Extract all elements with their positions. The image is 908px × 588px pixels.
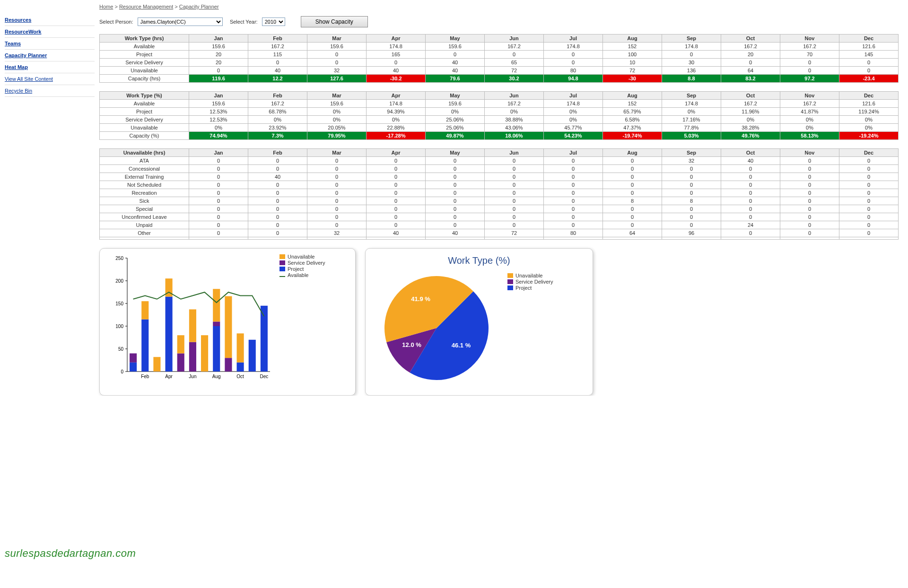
svg-text:Feb: Feb — [141, 374, 149, 379]
svg-rect-14 — [130, 363, 137, 372]
svg-rect-25 — [189, 342, 196, 372]
sidebar-item-teams[interactable]: Teams — [5, 38, 95, 50]
sidebar-item-recycle-bin[interactable]: Recycle Bin — [5, 85, 95, 97]
svg-rect-30 — [213, 321, 220, 326]
svg-text:Apr: Apr — [165, 374, 173, 379]
svg-rect-31 — [213, 289, 220, 321]
pie-chart-panel: Work Type (%) 46.1 %12.0 %41.9 % Unavail… — [365, 248, 593, 396]
svg-rect-17 — [141, 301, 148, 319]
sidebar-item-capacity-planner[interactable]: Capacity Planner — [5, 50, 95, 61]
pie-title: Work Type (%) — [370, 255, 588, 266]
svg-rect-38 — [249, 340, 256, 372]
breadcrumb-rm[interactable]: Resource Management — [119, 4, 173, 9]
svg-rect-24 — [177, 335, 184, 353]
sidebar-item-resources[interactable]: Resources — [5, 14, 95, 26]
svg-rect-33 — [225, 358, 232, 372]
select-person[interactable]: James.Clayton(CC) — [138, 17, 223, 26]
svg-rect-16 — [141, 320, 148, 372]
svg-rect-28 — [201, 335, 208, 372]
svg-text:Dec: Dec — [260, 374, 269, 379]
bar-legend: Unavailable Service Delivery Project Ava… — [279, 253, 325, 278]
svg-rect-34 — [225, 296, 232, 358]
sidebar-item-heat-map[interactable]: Heat Map — [5, 61, 95, 73]
svg-text:150: 150 — [115, 301, 123, 306]
controls: Select Person: James.Clayton(CC) Select … — [99, 16, 899, 27]
svg-rect-23 — [177, 354, 184, 372]
breadcrumb-home[interactable]: Home — [99, 4, 113, 9]
svg-rect-26 — [189, 309, 196, 342]
svg-rect-20 — [166, 297, 173, 372]
svg-rect-36 — [237, 333, 244, 362]
show-capacity-button[interactable]: Show Capacity — [301, 16, 368, 27]
svg-text:Oct: Oct — [236, 374, 244, 379]
table-work-type-hrs: Work Type (hrs)JanFebMarAprMayJunJulAugS… — [99, 34, 899, 83]
svg-text:0: 0 — [121, 369, 123, 374]
svg-rect-35 — [237, 363, 244, 372]
breadcrumb-cp[interactable]: Capacity Planner — [179, 4, 219, 9]
pie-legend: Unavailable Service Delivery Project — [507, 272, 553, 291]
sidebar: Resources ResourceWork Teams Capacity Pl… — [0, 0, 95, 396]
svg-text:41.9 %: 41.9 % — [411, 295, 430, 303]
svg-text:50: 50 — [118, 346, 124, 352]
bar-chart: 050100150200250FebAprJunAugOctDec — [105, 253, 275, 386]
select-year-label: Select Year: — [230, 19, 258, 25]
sidebar-item-resourcework[interactable]: ResourceWork — [5, 26, 95, 38]
svg-rect-15 — [130, 354, 137, 363]
select-person-label: Select Person: — [99, 19, 133, 25]
select-year[interactable]: 2010 — [262, 17, 285, 26]
svg-text:200: 200 — [115, 278, 123, 284]
pie-chart: 46.1 %12.0 %41.9 % — [370, 269, 503, 387]
main-content: Home > Resource Management > Capacity Pl… — [95, 0, 908, 396]
bar-chart-panel: 050100150200250FebAprJunAugOctDec Unavai… — [99, 248, 356, 396]
svg-text:Jun: Jun — [189, 374, 196, 379]
svg-rect-19 — [153, 357, 160, 372]
svg-text:Aug: Aug — [212, 374, 221, 379]
svg-text:12.0 %: 12.0 % — [402, 341, 421, 348]
table-work-type-pct: Work Type (%)JanFebMarAprMayJunJulAugSep… — [99, 91, 899, 140]
breadcrumb: Home > Resource Management > Capacity Pl… — [99, 4, 899, 9]
svg-text:46.1 %: 46.1 % — [452, 342, 471, 349]
svg-text:100: 100 — [115, 324, 123, 329]
sidebar-item-view-all[interactable]: View All Site Content — [5, 73, 95, 85]
svg-text:250: 250 — [115, 256, 123, 261]
svg-rect-29 — [213, 326, 220, 372]
table-unavailable-hrs: Unavailable (hrs)JanFebMarAprMayJunJulAu… — [99, 148, 899, 240]
